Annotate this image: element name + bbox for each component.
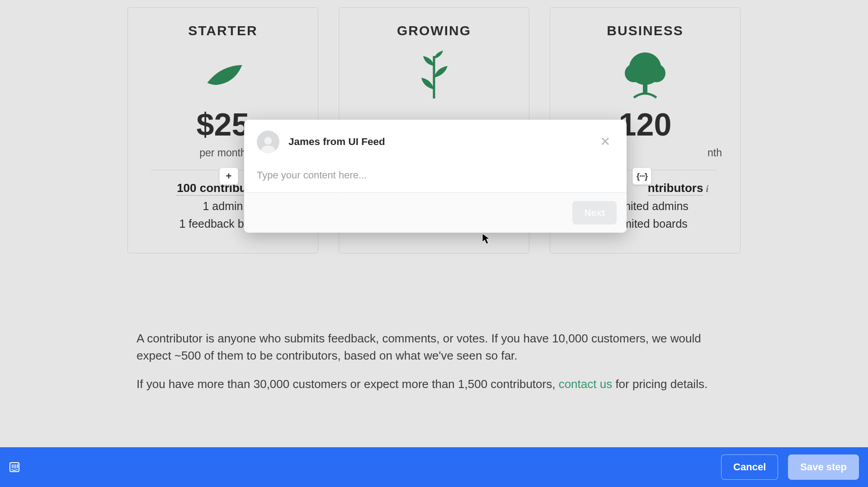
svg-point-4 (264, 137, 272, 145)
contact-us-link[interactable]: contact us (559, 377, 613, 391)
svg-point-2 (647, 64, 665, 82)
contributor-explanation: A contributor is anyone who submits feed… (137, 330, 731, 364)
svg-rect-3 (643, 78, 647, 94)
insert-variable-button[interactable]: {···} (632, 168, 651, 185)
cancel-button[interactable]: Cancel (721, 454, 778, 480)
save-step-button[interactable]: Save step (788, 454, 859, 480)
add-block-button[interactable]: + (219, 168, 238, 185)
sprout-icon (348, 53, 520, 98)
plan-title: BUSINESS (559, 23, 731, 38)
plan-title: GROWING (348, 23, 520, 38)
pricing-description: A contributor is anyone who submits feed… (127, 330, 741, 393)
plan-title: STARTER (137, 23, 309, 38)
info-icon[interactable]: i (706, 184, 708, 194)
author-avatar (257, 131, 279, 153)
next-button[interactable]: Next (572, 201, 617, 225)
tree-icon (559, 53, 731, 98)
close-icon[interactable]: ✕ (596, 134, 614, 150)
action-bar: Cancel Save step (0, 447, 868, 487)
author-name: James from UI Feed (288, 136, 385, 148)
compose-modal: + {···} James from UI Feed ✕ Next (244, 120, 627, 233)
content-input[interactable] (257, 169, 614, 181)
intercom-icon[interactable] (9, 462, 20, 473)
svg-point-1 (625, 64, 643, 82)
contact-line: If you have more than 30,000 customers o… (137, 376, 731, 393)
leaf-icon (137, 53, 309, 98)
